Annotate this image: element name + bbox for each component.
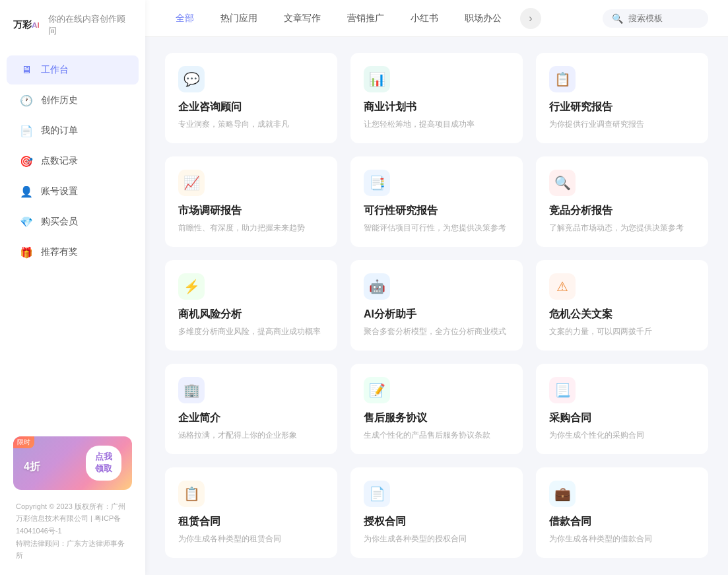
sidebar-item-label: 工作台 — [41, 64, 69, 76]
card-title: 行业研究报告 — [549, 100, 695, 114]
card-title: 企业咨询顾问 — [178, 100, 324, 114]
card-desc: 多维度分析商业风险，提高商业成功概率 — [178, 325, 324, 337]
card-desc: 聚合多套分析模型，全方位分析商业模式 — [364, 325, 510, 337]
card-desc: 文案的力量，可以四两拨千斤 — [549, 325, 695, 337]
card-desc: 智能评估项目可行性，为您提供决策参考 — [364, 222, 510, 234]
sidebar: 万彩 AI 你的在线内容创作顾问 🖥 工作台 🕐 创作历史 📄 我的订单 🎯 — [0, 0, 145, 575]
card-desc: 为你生成各种类型的借款合同 — [549, 533, 695, 545]
card-title: 市场调研报告 — [178, 204, 324, 218]
logo-icon: 万彩 AI — [13, 14, 42, 36]
card-desc: 了解竞品市场动态，为您提供决策参考 — [549, 222, 695, 234]
sidebar-item-label: 点数记录 — [41, 155, 78, 167]
card-icon: 🔍 — [549, 170, 576, 196]
card-desc: 专业洞察，策略导向，成就非凡 — [178, 118, 324, 130]
card-desc: 涵格拉满，才配得上你的企业形象 — [178, 429, 324, 441]
top-nav: 全部 热门应用 文章写作 营销推广 小红书 职场办公 › 🔍 — [145, 0, 728, 37]
card-loan_contract[interactable]: 💼 借款合同 为你生成各种类型的借款合同 — [536, 467, 708, 558]
card-risk_analysis[interactable]: ⚡ 商机风险分析 多维度分析商业风险，提高商业成功概率 — [165, 260, 337, 351]
tab-more-button[interactable]: › — [520, 8, 541, 29]
workspace-icon: 🖥 — [20, 63, 33, 77]
sidebar-item-referral[interactable]: 🎁 推荐有奖 — [7, 238, 139, 267]
referral-icon: 🎁 — [20, 246, 33, 259]
card-crisis_pr[interactable]: ⚠ 危机公关文案 文案的力量，可以四两拨千斤 — [536, 260, 708, 351]
card-desc: 为你提供行业调查研究报告 — [549, 118, 695, 130]
member-icon: 💎 — [20, 215, 33, 228]
sidebar-item-workspace[interactable]: 🖥 工作台 — [7, 55, 139, 85]
card-purchase_contract[interactable]: 📃 采购合同 为你生成个性化的采购合同 — [536, 364, 708, 454]
tab-office[interactable]: 职场办公 — [454, 7, 512, 30]
card-desc: 让您轻松筹地，提高项目成功率 — [364, 118, 510, 130]
sidebar-item-label: 账号设置 — [41, 186, 78, 197]
sidebar-item-label: 创作历史 — [41, 94, 78, 106]
card-title: 商机风险分析 — [178, 308, 324, 321]
card-title: 危机公关文案 — [549, 308, 695, 321]
tab-all[interactable]: 全部 — [165, 7, 205, 30]
card-icon: 💬 — [178, 66, 205, 92]
card-icon: 📋 — [178, 481, 205, 507]
sidebar-item-account[interactable]: 👤 账号设置 — [7, 177, 139, 206]
card-icon: 💼 — [549, 481, 576, 507]
card-competitor[interactable]: 🔍 竞品分析报告 了解竞品市场动态，为您提供决策参考 — [536, 156, 708, 247]
card-title: 授权合同 — [364, 515, 510, 529]
account-icon: 👤 — [20, 185, 33, 198]
card-desc: 为你生成各种类型的租赁合同 — [178, 533, 324, 545]
card-desc: 为你生成个性化的采购合同 — [549, 429, 695, 441]
sidebar-item-orders[interactable]: 📄 我的订单 — [7, 116, 139, 145]
card-icon: 📄 — [364, 481, 390, 507]
search-box: 🔍 — [603, 9, 708, 28]
orders-icon: 📄 — [20, 124, 33, 137]
promo-discount: 4折 — [24, 451, 40, 475]
card-icon: 📋 — [549, 66, 576, 92]
card-icon: 📑 — [364, 170, 390, 196]
sidebar-item-member[interactable]: 💎 购买会员 — [7, 207, 139, 236]
card-icon: 🏢 — [178, 377, 205, 403]
cards-grid: 💬 企业咨询顾问 专业洞察，策略导向，成就非凡 📊 商业计划书 让您轻松筹地，提… — [165, 53, 708, 558]
card-icon: 🤖 — [364, 273, 390, 300]
card-title: 租赁合同 — [178, 515, 324, 529]
sidebar-item-label: 我的订单 — [41, 125, 78, 137]
card-industry_report[interactable]: 📋 行业研究报告 为你提供行业调查研究报告 — [536, 53, 708, 143]
sidebar-item-points[interactable]: 🎯 点数记录 — [7, 147, 139, 176]
tab-marketing[interactable]: 营销推广 — [337, 7, 395, 30]
search-icon: 🔍 — [612, 13, 623, 24]
card-icon: ⚡ — [178, 273, 205, 300]
card-desc: 生成个性化的产品售后服务协议条款 — [364, 429, 510, 441]
svg-text:万彩: 万彩 — [13, 19, 32, 30]
card-title: 竞品分析报告 — [549, 204, 695, 218]
card-desc: 前瞻性、有深度，助力把握未来趋势 — [178, 222, 324, 234]
tab-hot[interactable]: 热门应用 — [210, 7, 268, 30]
card-after_sales[interactable]: 📝 售后服务协议 生成个性化的产品售后服务协议条款 — [350, 364, 523, 454]
tab-article[interactable]: 文章写作 — [273, 7, 331, 30]
sidebar-item-label: 推荐有奖 — [41, 246, 78, 258]
card-icon: 📝 — [364, 377, 390, 403]
card-title: 商业计划书 — [364, 100, 510, 114]
card-rental_contract[interactable]: 📋 租赁合同 为你生成各种类型的租赁合同 — [165, 467, 337, 558]
tab-xiaohongshu[interactable]: 小红书 — [400, 7, 449, 30]
promo-claim-button[interactable]: 点我 领取 — [86, 446, 121, 480]
card-title: 可行性研究报告 — [364, 204, 510, 218]
points-icon: 🎯 — [20, 154, 33, 168]
card-title: 借款合同 — [549, 515, 695, 529]
promo-banner[interactable]: 限时 4折 点我 领取 — [13, 436, 132, 489]
promo-badge: 限时 — [13, 436, 34, 448]
sidebar-item-history[interactable]: 🕐 创作历史 — [7, 86, 139, 115]
sidebar-nav: 🖥 工作台 🕐 创作历史 📄 我的订单 🎯 点数记录 👤 账号设置 💎 购买会员… — [0, 48, 145, 430]
card-icon: 📃 — [549, 377, 576, 403]
card-feasibility[interactable]: 📑 可行性研究报告 智能评估项目可行性，为您提供决策参考 — [350, 156, 523, 247]
sidebar-item-label: 购买会员 — [41, 216, 78, 228]
card-company_intro[interactable]: 🏢 企业简介 涵格拉满，才配得上你的企业形象 — [165, 364, 337, 454]
svg-text:AI: AI — [32, 20, 40, 30]
card-business_plan[interactable]: 📊 商业计划书 让您轻松筹地，提高项目成功率 — [350, 53, 523, 143]
logo-area: 万彩 AI 你的在线内容创作顾问 — [0, 0, 145, 48]
card-auth_contract[interactable]: 📄 授权合同 为你生成各种类型的授权合同 — [350, 467, 523, 558]
card-ai_analysis[interactable]: 🤖 AI分析助手 聚合多套分析模型，全方位分析商业模式 — [350, 260, 523, 351]
card-desc: 为你生成各种类型的授权合同 — [364, 533, 510, 545]
main-content: 全部 热门应用 文章写作 营销推广 小红书 职场办公 › 🔍 💬 企业咨询顾问 … — [145, 0, 728, 575]
search-input[interactable] — [628, 13, 699, 23]
card-market_research[interactable]: 📈 市场调研报告 前瞻性、有深度，助力把握未来趋势 — [165, 156, 337, 247]
card-title: 售后服务协议 — [364, 411, 510, 425]
logo-tagline: 你的在线内容创作顾问 — [48, 13, 132, 37]
card-icon: 📈 — [178, 170, 205, 196]
card-consulting[interactable]: 💬 企业咨询顾问 专业洞察，策略导向，成就非凡 — [165, 53, 337, 143]
history-icon: 🕐 — [20, 94, 33, 107]
